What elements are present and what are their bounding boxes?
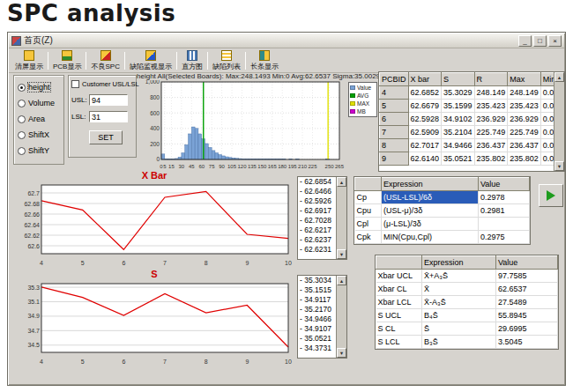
pcb-cell[interactable]: 62.5928	[408, 113, 442, 126]
value-cell[interactable]: 3.5045	[496, 336, 558, 349]
pcb-cell[interactable]: 225.749	[474, 126, 508, 139]
scroll-up-icon[interactable]: ▲	[554, 72, 564, 82]
scroll-up-icon[interactable]: ▲	[337, 177, 346, 187]
pcb-column-header[interactable]: X bar	[408, 73, 442, 86]
row-name-cell[interactable]: Cpl	[355, 218, 382, 231]
pcb-column-header[interactable]: Max	[508, 73, 541, 86]
expression-cell[interactable]: B₃S̄	[422, 336, 496, 349]
scroll-up-icon[interactable]: ▲	[337, 276, 346, 285]
customer-usl-lsl-checkbox[interactable]	[71, 80, 79, 88]
row-name-cell[interactable]: S UCL	[376, 309, 422, 322]
pcb-cell[interactable]: 225.749	[508, 126, 541, 139]
pcb-cell[interactable]: 235.423	[474, 100, 508, 113]
expression-cell[interactable]: S̄	[422, 322, 496, 336]
s-value-list: 35.303435.151534.911735.217034.946634.91…	[297, 275, 347, 359]
radio-option-area[interactable]: Area	[16, 111, 62, 127]
pcb-row-header[interactable]: 9	[380, 152, 409, 166]
pcb-cell[interactable]: 236.929	[474, 113, 508, 126]
value-cell[interactable]	[479, 218, 530, 231]
expression-cell[interactable]: X̄-A₃S̄	[422, 296, 496, 309]
row-name-cell[interactable]: S CL	[376, 322, 422, 336]
pcb-table-scrollbar[interactable]: ▲▼	[554, 72, 564, 171]
expression-cell[interactable]: (μ-LSL)/3δ	[382, 218, 479, 231]
row-name-cell[interactable]: Xbar LCL	[376, 296, 422, 309]
pcb-cell[interactable]: 236.437	[508, 139, 541, 152]
radio-option-volume[interactable]: Volume	[16, 95, 62, 111]
toolbar-button-clear-screen[interactable]: 清屏显示	[11, 49, 47, 72]
toolbar-button-pcb-display[interactable]: PCB显示	[49, 49, 85, 72]
pcb-cell[interactable]: 62.5909	[408, 126, 442, 139]
pcb-cell[interactable]: 62.6852	[408, 86, 442, 100]
xbar-list-item-scrollbar[interactable]: ▲▼	[336, 177, 346, 259]
toolbar-button-histogram[interactable]: 直方图	[178, 49, 206, 72]
expression-cell[interactable]: X̄+A₃S̄	[422, 270, 496, 283]
toolbar-button-defect-monitor[interactable]: 缺陷监视显示	[126, 49, 175, 72]
pcb-cell[interactable]: 235.802	[508, 152, 541, 166]
radio-icon	[18, 84, 26, 92]
toolbar-button-bad-spc[interactable]: 不良SPC	[87, 49, 123, 72]
pcb-cell[interactable]: 35.1599	[442, 100, 475, 113]
export-button[interactable]	[539, 184, 563, 207]
svg-text:15: 15	[168, 164, 175, 169]
expression-cell[interactable]: (USL-μ)/3δ	[382, 204, 479, 218]
pcb-cell[interactable]: 34.9466	[442, 139, 475, 152]
lsl-input[interactable]	[89, 111, 128, 122]
pcb-column-header[interactable]: R	[474, 73, 508, 86]
pcb-cell[interactable]: 62.6140	[408, 152, 442, 166]
value-cell[interactable]: 97.7585	[496, 270, 558, 283]
pcb-row-header[interactable]: 8	[380, 139, 409, 152]
pcb-column-header[interactable]: S	[442, 73, 475, 86]
scroll-down-icon[interactable]: ▼	[337, 348, 346, 358]
value-cell[interactable]: 29.6995	[496, 322, 558, 336]
svg-text:1,000: 1,000	[145, 80, 160, 85]
row-name-cell[interactable]: Xbar UCL	[376, 270, 422, 283]
row-name-cell[interactable]: Xbar CL	[376, 283, 422, 296]
scroll-down-icon[interactable]: ▼	[337, 249, 346, 259]
expression-cell[interactable]: X̄	[422, 283, 496, 296]
pcb-cell[interactable]: 236.929	[508, 113, 541, 126]
close-button[interactable]: ×	[548, 35, 562, 47]
minimize-button[interactable]: _	[518, 35, 532, 47]
radio-option-height[interactable]: height	[16, 79, 62, 95]
pcb-row-header[interactable]: 7	[380, 126, 409, 139]
value-cell[interactable]: 55.8945	[496, 309, 558, 322]
maximize-button[interactable]: □	[533, 35, 547, 47]
s-list-item-scrollbar[interactable]: ▲▼	[336, 276, 346, 358]
value-cell[interactable]: 0.2978	[479, 191, 530, 204]
value-cell[interactable]: 0.2975	[479, 231, 530, 244]
pcb-cell[interactable]: 235.802	[474, 152, 508, 166]
pcb-column-header[interactable]: PCBID	[380, 73, 409, 86]
pcb-cell[interactable]: 35.0521	[442, 152, 475, 166]
expression-cell[interactable]: MIN(Cpu,Cpl)	[382, 231, 479, 244]
expression-cell[interactable]: B₄S̄	[422, 309, 496, 322]
pcb-row-header[interactable]: 4	[380, 86, 409, 100]
s-chart-panel: S 35.335.134.934.734.545678910	[15, 269, 294, 367]
expression-cell[interactable]: (USL-LSL)/6δ	[382, 191, 479, 204]
toolbar-button-bar-display[interactable]: 长条显示	[247, 49, 282, 72]
row-name-cell[interactable]: Cpk	[355, 231, 382, 244]
pcb-cell[interactable]: 236.437	[474, 139, 508, 152]
radio-option-shifty[interactable]: ShiftY	[16, 143, 62, 159]
pcb-cell[interactable]: 235.423	[508, 100, 541, 113]
scroll-down-icon[interactable]: ▼	[554, 161, 564, 171]
legend-swatch-icon	[350, 101, 355, 106]
pcb-cell[interactable]: 248.149	[474, 86, 508, 100]
pcb-cell[interactable]: 248.149	[508, 86, 541, 100]
pcb-row-header[interactable]: 6	[380, 113, 409, 126]
value-cell[interactable]: 27.5489	[496, 296, 558, 309]
row-name-cell[interactable]: Cpu	[355, 204, 382, 218]
pcb-cell[interactable]: 62.6679	[408, 100, 442, 113]
usl-input[interactable]	[89, 94, 128, 106]
value-cell[interactable]: 0.2981	[479, 204, 530, 218]
pcb-row-header[interactable]: 5	[380, 100, 409, 113]
row-name-cell[interactable]: S LCL	[376, 336, 422, 349]
pcb-cell[interactable]: 35.3029	[442, 86, 475, 100]
set-button[interactable]: SET	[89, 130, 123, 144]
value-cell[interactable]: 62.6537	[496, 283, 558, 296]
pcb-cell[interactable]: 34.9102	[442, 113, 475, 126]
pcb-cell[interactable]: 35.2104	[442, 126, 475, 139]
radio-option-shiftx[interactable]: ShiftX	[16, 127, 62, 143]
row-name-cell[interactable]: Cp	[355, 191, 382, 204]
toolbar-button-defect-list[interactable]: 缺陷列表	[209, 49, 244, 72]
pcb-cell[interactable]: 62.7017	[408, 139, 442, 152]
